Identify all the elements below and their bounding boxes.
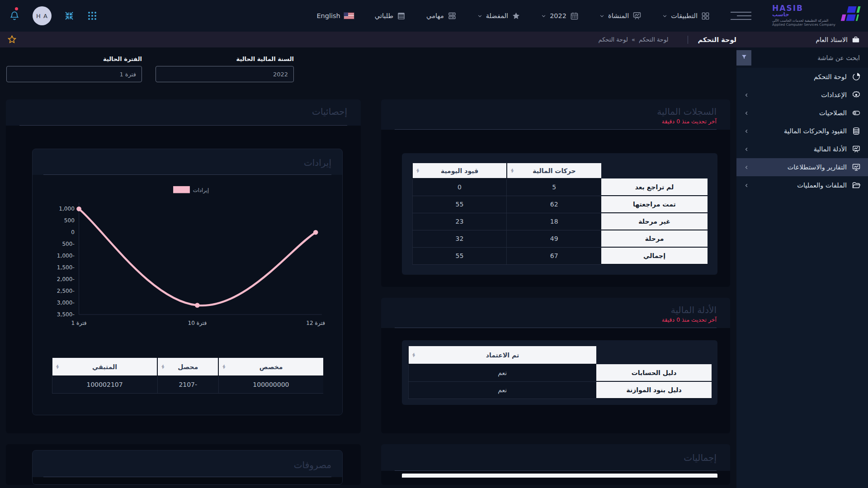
sort-icon: ▲▼ xyxy=(222,365,225,369)
svg-text:1,000: 1,000 xyxy=(59,206,75,212)
logo-subtitle-en: Applied Computer Services Company xyxy=(772,23,835,27)
main-content: السنة المالية الحالية الفترة الحالية الس… xyxy=(0,47,736,488)
nav-item-establishment[interactable]: المنشاة xyxy=(599,11,642,20)
table-row: غير مرحلة1823 xyxy=(412,213,708,230)
hasib-logo[interactable]: HASIB حاسب الشركة التطبيقية لخدمات الحاس… xyxy=(772,5,862,27)
current-period-input[interactable] xyxy=(6,66,142,82)
reports-icon xyxy=(852,163,861,172)
collapse-icon[interactable] xyxy=(64,11,74,21)
sort-icon: ▲▼ xyxy=(412,353,415,357)
chevron-down-icon xyxy=(662,14,667,19)
svg-text:2,500-: 2,500- xyxy=(57,288,75,294)
sidebar-item-reports[interactable]: التقارير والاستطلاعات xyxy=(736,158,868,176)
logo-subtitle-ar: الشركة التطبيقية لخدمات الحاسب الآلي xyxy=(772,19,835,23)
data-cell: 100002107 xyxy=(52,376,157,393)
column-header[interactable]: ▲▼قيود اليومية xyxy=(412,163,507,178)
data-cell: 23 xyxy=(412,213,507,230)
card-title: مصروفات xyxy=(43,460,331,470)
svg-text:500: 500 xyxy=(64,217,75,224)
expenses-panel: مصروفات xyxy=(6,444,361,485)
nav-item-applications[interactable]: التطبيقات xyxy=(662,12,710,20)
sidebar-item-financial-guides[interactable]: الأدلة المالية xyxy=(736,140,868,158)
panel-title: إحصائيات xyxy=(19,106,347,117)
last-updated-note: آخر تحديث منذ 0 دقيقة xyxy=(395,118,717,125)
favorite-star-icon[interactable] xyxy=(7,35,17,44)
financial-guides-panel: الأدلة المالية آخر تحديث منذ 0 دقيقة ▲▼ت… xyxy=(381,298,730,433)
calendar-icon xyxy=(570,12,579,20)
sidebar-item-files[interactable]: الملفات والعمليات xyxy=(736,176,868,194)
last-updated-note: آخر تحديث منذ 0 دقيقة xyxy=(395,316,717,323)
fiscal-year-field: السنة المالية الحالية xyxy=(156,56,294,82)
sidebar-item-permissions[interactable]: الصلاحيات xyxy=(736,104,868,122)
bell-icon xyxy=(9,10,20,21)
fiscal-year-input[interactable] xyxy=(156,66,294,82)
table-row: إجمالي6755 xyxy=(412,247,708,264)
chevron-left-icon xyxy=(744,164,750,170)
permissions-icon xyxy=(852,108,861,117)
nav-item-my-tasks[interactable]: مهامي xyxy=(426,11,457,20)
guides-table: ▲▼تم الاعتماددليل الحساباتنعمدليل بنود ا… xyxy=(408,346,712,399)
table-row: تمت مراجعتها6255 xyxy=(412,196,708,213)
svg-text:3,500-: 3,500- xyxy=(57,311,75,318)
filter-icon xyxy=(741,54,747,61)
dashboard-icon xyxy=(852,72,861,81)
data-cell: نعم xyxy=(408,364,596,381)
nav-item-year[interactable]: 2022 xyxy=(541,12,579,20)
sidebar-item-dashboard[interactable]: لوحة التحكم xyxy=(736,68,868,86)
revenue-summary-table: ▲▼مخصص▲▼محصل▲▼المتبقي100000000-210710000… xyxy=(52,358,323,394)
data-cell: -2107 xyxy=(157,376,218,393)
tasks-icon xyxy=(448,11,457,20)
data-cell: نعم xyxy=(408,381,596,399)
top-navbar: HASIB حاسب الشركة التطبيقية لخدمات الحاس… xyxy=(0,0,868,32)
current-period-label: الفترة الحالية xyxy=(6,56,142,62)
filters-row: السنة المالية الحالية الفترة الحالية xyxy=(6,56,730,82)
data-cell: 62 xyxy=(507,196,601,213)
column-header[interactable]: ▲▼محصل xyxy=(157,358,218,376)
breadcrumb-link[interactable]: لوحة التحكم xyxy=(639,36,669,43)
logo-tiles-icon xyxy=(839,5,862,25)
apps-dots-icon[interactable] xyxy=(87,10,98,21)
current-period-field: الفترة الحالية xyxy=(6,56,142,82)
module-indicator: الاستاذ العام xyxy=(736,36,868,44)
column-header[interactable]: ▲▼حركات المالية xyxy=(507,163,601,178)
row-label-cell: لم تراجع بعد xyxy=(601,178,708,196)
menu-toggle-icon[interactable] xyxy=(731,12,751,20)
fiscal-year-label: السنة المالية الحالية xyxy=(156,56,294,62)
sidebar-item-entries[interactable]: القيود والحركات المالية xyxy=(736,122,868,140)
nav-item-my-orders[interactable]: طلباتي xyxy=(375,12,406,20)
data-cell: 55 xyxy=(412,196,507,213)
nav-item-language[interactable]: English xyxy=(316,12,354,19)
table-row: لم تراجع بعد50 xyxy=(412,178,708,196)
search-input[interactable] xyxy=(751,54,868,61)
row-label-cell: إجمالي xyxy=(601,247,708,264)
nav-item-favorites[interactable]: المفضلة xyxy=(477,12,520,20)
settings-icon xyxy=(852,90,861,99)
records-table-card: ▲▼حركات المالية▲▼قيود اليوميةلم تراجع بع… xyxy=(402,153,717,275)
guides-table-card: ▲▼تم الاعتماددليل الحساباتنعمدليل بنود ا… xyxy=(402,340,717,405)
column-header[interactable]: ▲▼تم الاعتماد xyxy=(408,346,596,364)
briefcase-icon xyxy=(852,36,860,44)
records-table: ▲▼حركات المالية▲▼قيود اليوميةلم تراجع بع… xyxy=(412,163,708,265)
avatar[interactable]: H A xyxy=(33,6,52,25)
sidebar-item-settings[interactable]: الإعدادات xyxy=(736,86,868,104)
sort-icon: ▲▼ xyxy=(56,365,58,369)
chevron-down-icon xyxy=(541,14,546,19)
column-header[interactable]: ▲▼مخصص xyxy=(218,358,323,376)
revenue-line-chart: 1,0005000500-1,000-1,500-2,000-2,500-3,0… xyxy=(42,179,333,337)
statistics-panel: إحصائيات إيرادات 1,0005000500-1,000-1,5 xyxy=(6,99,361,433)
column-header[interactable]: ▲▼المتبقي xyxy=(52,358,157,376)
notifications-button[interactable] xyxy=(9,10,20,21)
star-icon xyxy=(512,12,520,20)
table-row: دليل بنود الموازنةنعم xyxy=(408,381,712,399)
svg-text:فترة 1: فترة 1 xyxy=(71,320,87,327)
divider xyxy=(688,36,688,44)
filter-button[interactable] xyxy=(736,50,751,66)
entries-icon xyxy=(852,127,861,136)
chevron-down-icon xyxy=(477,14,482,19)
logo-name: HASIB xyxy=(772,5,835,12)
left-column: إحصائيات إيرادات 1,0005000500-1,000-1,5 xyxy=(6,99,361,485)
blank-header-cell xyxy=(601,163,708,178)
logo-arabic: حاسب xyxy=(772,12,835,17)
breadcrumb-bar: الاستاذ العام لوحة التحكم لوحة التحكم » … xyxy=(0,32,868,47)
blank-header-cell xyxy=(596,346,712,364)
